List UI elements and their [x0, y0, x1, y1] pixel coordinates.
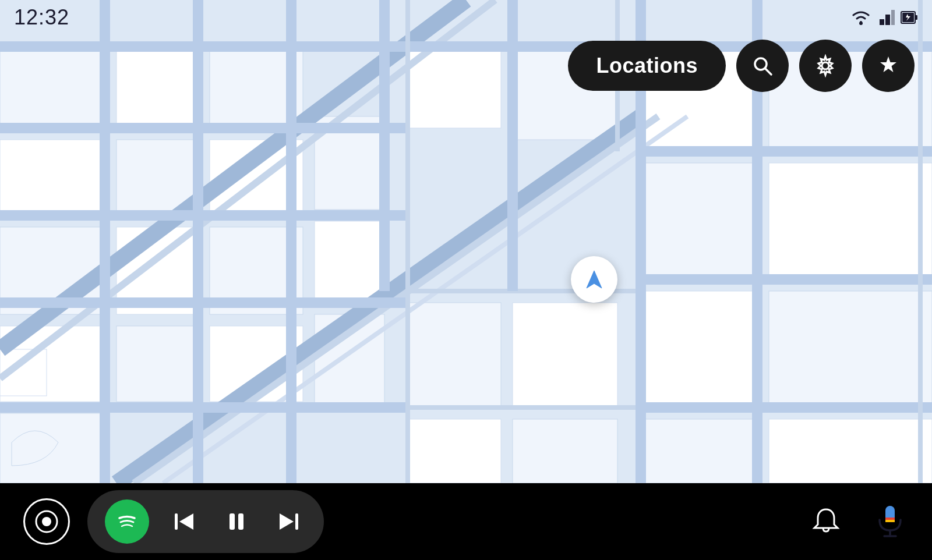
star-icon: [877, 54, 900, 77]
svg-marker-58: [880, 19, 884, 25]
locations-button[interactable]: Locations: [568, 41, 726, 91]
svg-rect-9: [116, 326, 198, 402]
spotify-logo[interactable]: [105, 499, 149, 544]
svg-rect-70: [175, 513, 178, 530]
microphone-button[interactable]: [871, 502, 909, 541]
bell-icon: [810, 505, 842, 537]
svg-rect-19: [641, 163, 757, 279]
bottom-bar: [0, 483, 932, 560]
top-toolbar: Locations: [568, 40, 915, 92]
svg-point-57: [859, 22, 863, 25]
signal-icon: [877, 9, 895, 26]
svg-rect-30: [513, 419, 617, 483]
map-area[interactable]: 12:32: [0, 0, 932, 483]
status-icons: [850, 9, 918, 26]
previous-button[interactable]: [167, 504, 202, 539]
home-circle-icon: [34, 509, 59, 534]
svg-rect-2: [0, 140, 105, 215]
search-button[interactable]: [736, 40, 789, 92]
location-marker[interactable]: [571, 256, 617, 303]
svg-rect-71: [230, 513, 235, 530]
svg-rect-27: [408, 419, 501, 483]
svg-rect-29: [513, 303, 617, 407]
svg-rect-26: [408, 303, 501, 407]
svg-point-68: [42, 517, 51, 526]
right-controls: [810, 502, 909, 541]
svg-rect-24: [769, 419, 932, 483]
svg-rect-22: [769, 291, 932, 407]
favorites-button[interactable]: [862, 40, 915, 92]
search-icon: [751, 54, 774, 77]
svg-rect-78: [885, 520, 895, 522]
settings-button[interactable]: [799, 40, 852, 92]
notifications-button[interactable]: [810, 505, 842, 539]
svg-rect-73: [295, 513, 298, 530]
svg-line-65: [765, 68, 771, 75]
svg-rect-21: [641, 291, 757, 407]
svg-rect-15: [315, 221, 384, 303]
skip-forward-icon: [276, 509, 302, 534]
media-controls: [87, 490, 324, 553]
gear-icon: [814, 54, 837, 77]
svg-point-66: [822, 62, 829, 69]
home-button[interactable]: [23, 498, 70, 545]
skip-back-icon: [171, 509, 197, 534]
spotify-icon: [112, 507, 142, 536]
pause-button[interactable]: [219, 504, 254, 539]
pause-icon: [224, 509, 249, 534]
next-button[interactable]: [271, 504, 306, 539]
wifi-icon: [850, 9, 871, 26]
navigation-arrow-icon: [582, 267, 606, 292]
svg-rect-23: [641, 419, 757, 483]
svg-rect-62: [915, 15, 917, 20]
microphone-icon: [871, 502, 909, 540]
status-bar: 12:32: [0, 0, 932, 35]
svg-rect-1: [0, 47, 105, 128]
svg-rect-20: [769, 163, 932, 279]
svg-marker-59: [885, 15, 890, 25]
svg-marker-60: [891, 10, 895, 25]
svg-rect-72: [238, 513, 243, 530]
svg-rect-6: [116, 47, 198, 128]
clock: 12:32: [14, 5, 69, 30]
battery-icon: [901, 9, 918, 26]
